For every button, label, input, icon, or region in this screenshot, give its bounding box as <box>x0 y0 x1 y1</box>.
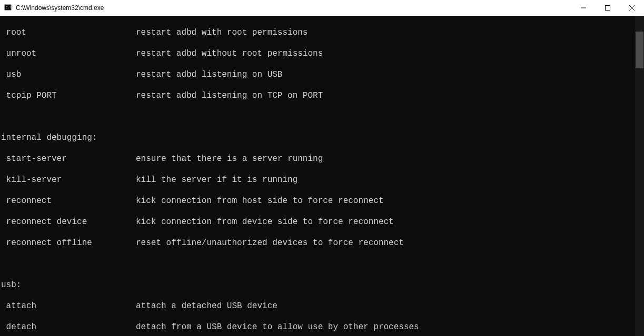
scrollbar-thumb[interactable] <box>636 32 643 68</box>
desc-kill-server: kill the server if it is running <box>136 175 298 185</box>
cmd-start-server: start-server <box>1 154 136 164</box>
desc-attach: attach a detached USB device <box>136 301 278 311</box>
cmd-attach: attach <box>1 301 136 311</box>
cmd-detach: detach <box>1 322 136 332</box>
desc-reconnect-offline: reset offline/unauthorized devices to fo… <box>136 238 404 248</box>
cmd-kill-server: kill-server <box>1 175 136 185</box>
section-header: internal debugging: <box>1 133 633 143</box>
minimize-button[interactable] <box>571 0 596 16</box>
blank-line <box>1 111 633 122</box>
window-controls <box>571 0 644 16</box>
cmd-reconnect-offline: reconnect offline <box>1 238 136 248</box>
desc-start-server: ensure that there is a server running <box>136 154 323 164</box>
svg-text:C:\: C:\ <box>6 5 12 9</box>
close-button[interactable] <box>620 0 644 16</box>
desc-unroot: restart adbd without root permissions <box>136 48 323 59</box>
desc-tcpip: restart adbd listening on TCP on PORT <box>136 90 323 101</box>
desc-detach: detach from a USB device to allow use by… <box>136 322 419 332</box>
cmd-root: root <box>1 27 136 38</box>
maximize-button[interactable] <box>596 0 620 16</box>
titlebar: C:\ C:\Windows\system32\cmd.exe <box>0 0 644 16</box>
terminal-output[interactable]: rootrestart adbd with root permissions u… <box>0 16 635 336</box>
desc-usb: restart adbd listening on USB <box>136 69 282 80</box>
cmd-tcpip: tcpip PORT <box>1 90 136 101</box>
svg-rect-3 <box>606 6 610 11</box>
desc-reconnect-device: kick connection from device side to forc… <box>136 217 394 227</box>
cmd-reconnect: reconnect <box>1 196 136 206</box>
scrollbar[interactable] <box>635 16 644 336</box>
cmd-unroot: unroot <box>1 48 136 59</box>
desc-root: restart adbd with root permissions <box>136 27 308 38</box>
app-icon: C:\ <box>0 0 16 16</box>
blank-line <box>1 259 633 269</box>
window-title: C:\Windows\system32\cmd.exe <box>16 4 571 12</box>
cmd-usb: usb <box>1 69 136 80</box>
terminal-area: rootrestart adbd with root permissions u… <box>0 16 644 336</box>
cmd-reconnect-device: reconnect device <box>1 217 136 227</box>
section-header: usb: <box>1 280 633 290</box>
desc-reconnect: kick connection from host side to force … <box>136 196 383 206</box>
